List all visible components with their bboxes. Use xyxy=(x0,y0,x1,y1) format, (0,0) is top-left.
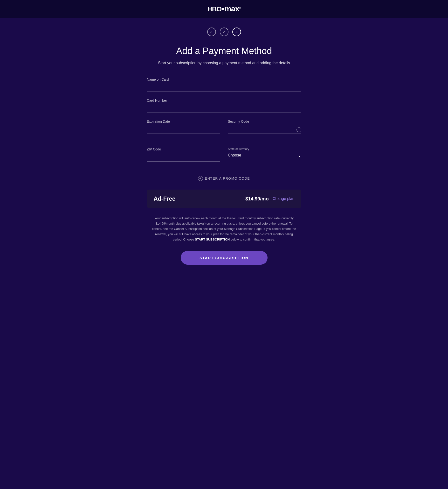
steps-indicator: ✓ ✓ 3 xyxy=(147,27,301,36)
zip-code-label: ZIP Code xyxy=(147,147,220,151)
payment-form: Name on Card Card Number Expiration Date… xyxy=(147,77,301,168)
start-subscription-button[interactable]: START SUBSCRIPTION xyxy=(181,251,268,265)
security-code-info-icon[interactable]: i xyxy=(296,127,301,132)
page-subtitle: Start your subscription by choosing a pa… xyxy=(147,60,301,66)
step-3: 3 xyxy=(232,27,241,36)
name-on-card-group: Name on Card xyxy=(147,77,301,92)
step-3-label: 3 xyxy=(236,30,238,34)
state-select-wrapper: State or Territory Choose ⌄ xyxy=(228,147,301,160)
step-1-check: ✓ xyxy=(210,30,213,34)
plan-price: $14.99/mo xyxy=(245,196,269,202)
terms-end: below to confirm that you agree. xyxy=(230,238,275,241)
step-2: ✓ xyxy=(220,27,228,36)
change-plan-button[interactable]: Change plan xyxy=(273,197,295,201)
card-number-label: Card Number xyxy=(147,99,301,102)
expiration-date-label: Expiration Date xyxy=(147,120,220,123)
name-on-card-label: Name on Card xyxy=(147,77,301,81)
plan-name: Ad-Free xyxy=(154,195,176,202)
header: HBOmax® xyxy=(0,0,448,18)
exp-security-row: Expiration Date Security Code i xyxy=(147,120,301,141)
name-on-card-input[interactable] xyxy=(147,83,301,92)
zip-code-group: ZIP Code xyxy=(147,147,220,162)
plan-card: Ad-Free $14.99/mo Change plan xyxy=(147,190,301,208)
terms-text: Your subscription will auto-renew each m… xyxy=(147,216,301,242)
promo-code-label: ENTER A PROMO CODE xyxy=(205,176,250,180)
expiration-date-group: Expiration Date xyxy=(147,120,220,134)
expiration-date-input[interactable] xyxy=(147,125,220,134)
zip-code-input[interactable] xyxy=(147,153,220,162)
card-number-input[interactable] xyxy=(147,104,301,113)
security-code-group: Security Code i xyxy=(228,120,301,134)
step-2-check: ✓ xyxy=(223,30,225,34)
security-code-label: Security Code xyxy=(228,120,301,123)
terms-cta-bold: START SUBSCRIPTION xyxy=(195,238,230,241)
logo-max: max xyxy=(224,4,239,13)
state-territory-group: State or Territory Choose ⌄ xyxy=(228,147,301,162)
zip-state-row: ZIP Code State or Territory Choose ⌄ xyxy=(147,147,301,168)
main-content: ✓ ✓ 3 Add a Payment Method Start your su… xyxy=(142,18,306,279)
logo-hbo: HBO xyxy=(207,5,222,13)
hbomax-logo: HBOmax® xyxy=(0,4,448,13)
promo-plus-icon: + xyxy=(198,176,203,181)
chevron-down-icon: ⌄ xyxy=(298,153,301,158)
state-territory-label: State or Territory xyxy=(228,147,301,151)
plan-right: $14.99/mo Change plan xyxy=(245,196,294,202)
promo-code-section: + ENTER A PROMO CODE xyxy=(147,176,301,181)
state-territory-value: Choose xyxy=(228,153,241,157)
logo-trademark: ® xyxy=(239,7,240,9)
step-1: ✓ xyxy=(207,27,216,36)
logo-circle xyxy=(222,8,224,10)
page-title: Add a Payment Method xyxy=(147,46,301,56)
state-territory-select[interactable]: Choose ⌄ xyxy=(228,151,301,160)
card-number-group: Card Number xyxy=(147,99,301,113)
promo-code-button[interactable]: + ENTER A PROMO CODE xyxy=(198,176,250,181)
security-code-input[interactable] xyxy=(228,125,301,134)
